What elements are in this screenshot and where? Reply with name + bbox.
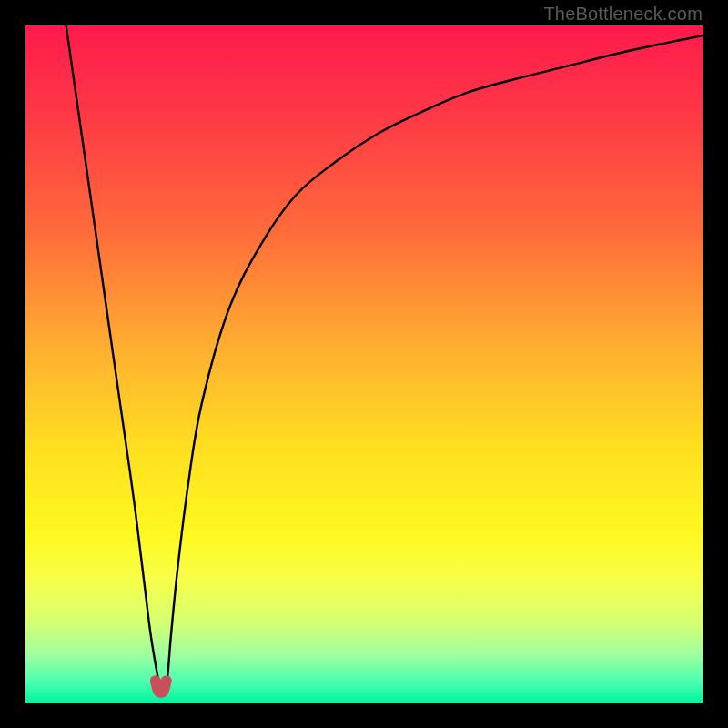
minimum-highlight [156,681,167,693]
bottleneck-curve [66,25,703,694]
curve-layer [25,25,703,703]
chart-frame: TheBottleneck.com [0,0,728,728]
plot-area [25,25,703,703]
watermark-text: TheBottleneck.com [543,4,703,25]
